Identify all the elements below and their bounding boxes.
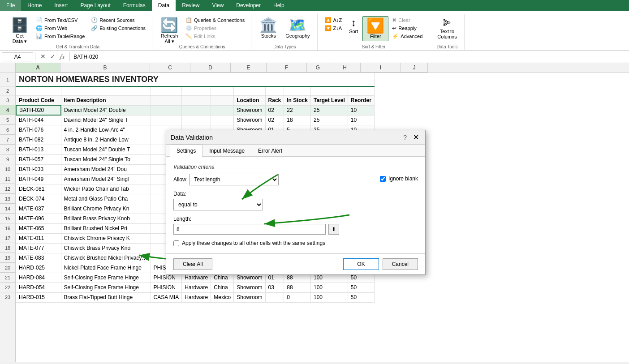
col-header-f[interactable]: F [267,63,307,73]
sort-za-button[interactable]: 🔽Z↓A [322,24,345,32]
tab-view[interactable]: View [206,0,230,11]
row-header-4[interactable]: 4 [0,105,15,115]
cell-reference-input[interactable]: A4 [2,52,33,61]
row-header-2[interactable]: 2 [0,86,15,95]
dialog-tab-error-alert[interactable]: Error Alert [251,145,289,157]
col-header-b[interactable]: B [60,63,150,73]
dialog-tab-settings[interactable]: Settings [170,145,202,157]
queries-connections-button[interactable]: 📋 Queries & Connections [183,16,247,24]
row-header-21[interactable]: 21 [0,273,15,283]
dialog-tab-input-message[interactable]: Input Message [202,145,251,157]
cell-c4[interactable] [151,105,182,115]
row-header-22[interactable]: 22 [0,283,15,292]
header-c3[interactable] [151,95,182,105]
row-header-20[interactable]: 20 [0,263,15,273]
row-header-14[interactable]: 14 [0,204,15,214]
sort-az-button[interactable]: 🔼A↓Z [322,16,345,24]
row-header-9[interactable]: 9 [0,154,15,164]
cell-a4[interactable]: BATH-020 [16,105,61,115]
row-header-1[interactable]: 1 [0,73,15,86]
row-header-7[interactable]: 7 [0,135,15,145]
cell-d4[interactable] [182,105,211,115]
tab-home[interactable]: Home [21,0,48,11]
from-web-button[interactable]: 🌐 From Web [33,24,87,32]
row-header-5[interactable]: 5 [0,115,15,125]
cell[interactable] [234,86,265,95]
length-ref-button[interactable]: ⬆ [328,224,339,235]
cell-b4[interactable]: Davinci Model 24" Double [61,105,151,115]
row-header-6[interactable]: 6 [0,125,15,135]
allow-select[interactable]: Text length [189,174,279,185]
row-header-13[interactable]: 13 [0,194,15,204]
cell[interactable] [265,86,284,95]
cell[interactable] [182,86,211,95]
advanced-button[interactable]: ⚡Advanced [389,32,425,40]
cell[interactable] [151,86,182,95]
tab-review[interactable]: Review [176,0,206,11]
recent-sources-button[interactable]: 🕐 Recent Sources [88,16,148,24]
header-reorder[interactable]: Reorder [348,95,374,105]
dialog-close-button[interactable]: ✕ [411,133,421,141]
edit-links-button[interactable]: ✏️ Edit Links [183,32,247,40]
header-in-stock[interactable]: In Stock [284,95,311,105]
formula-input[interactable]: BATH-020 [72,53,627,61]
row-header-23[interactable]: 23 [0,292,15,302]
get-data-button[interactable]: 🗄️ GetData ▾ [7,16,32,46]
clear-button[interactable]: ✖Clear [389,16,425,24]
row-header-11[interactable]: 11 [0,174,15,184]
data-select[interactable]: equal to [173,199,263,210]
row-header-15[interactable]: 15 [0,214,15,223]
row-header-18[interactable]: 18 [0,243,15,253]
cell[interactable] [348,86,374,95]
col-header-a[interactable]: A [16,63,60,73]
tab-data[interactable]: Data [152,0,176,11]
clear-all-button[interactable]: Clear All [173,258,212,270]
cell[interactable] [211,86,234,95]
properties-button[interactable]: ⚙️ Properties [183,24,247,32]
col-header-h[interactable]: H [329,63,361,73]
insert-function-icon[interactable]: 𝑓𝑥 [59,52,66,61]
header-item-desc[interactable]: Item Description [61,95,151,105]
tab-help[interactable]: Help [267,0,291,11]
tab-developer[interactable]: Developer [230,0,267,11]
row-header-10[interactable]: 10 [0,164,15,174]
tab-formulas[interactable]: Formulas [117,0,152,11]
cell-h4[interactable]: 22 [284,105,311,115]
tab-file[interactable]: File [0,0,21,11]
row-header-8[interactable]: 8 [0,145,15,154]
header-rack[interactable]: Rack [265,95,284,105]
cell-e4[interactable] [211,105,234,115]
existing-connections-button[interactable]: 🔗 Existing Connections [88,24,148,32]
row-header-17[interactable]: 17 [0,233,15,243]
length-input[interactable]: 8 [173,224,326,235]
header-target-level[interactable]: Target Level [310,95,348,105]
cell[interactable] [310,86,348,95]
cell[interactable] [16,86,61,95]
text-to-columns-button[interactable]: ⫸ Text toColumns [434,16,460,41]
col-header-g[interactable]: G [307,63,329,73]
header-d3[interactable] [182,95,211,105]
row-header-19[interactable]: 19 [0,253,15,263]
tab-page-layout[interactable]: Page Layout [74,0,116,11]
refresh-all-button[interactable]: 🔄 RefreshAll ▾ [157,16,182,46]
col-header-e[interactable]: E [231,63,267,73]
dialog-help-button[interactable]: ? [401,134,409,141]
row-header-12[interactable]: 12 [0,184,15,194]
header-location[interactable]: Location [234,95,265,105]
ignore-blank-checkbox[interactable] [380,176,386,182]
ok-button[interactable]: OK [343,258,379,270]
tab-table-design[interactable]: Table Design [291,0,334,11]
cell[interactable] [61,86,151,95]
confirm-formula-icon[interactable]: ✓ [49,52,57,61]
row-header-16[interactable]: 16 [0,223,15,233]
title-cell[interactable]: NORTON HOMEWARES INVENTORY [16,73,374,86]
cell[interactable] [284,86,311,95]
row-header-3[interactable]: 3 [0,95,15,105]
geography-button[interactable]: 🗺️ Geography [282,16,313,40]
cell-i4[interactable]: 25 [310,105,348,115]
sort-button[interactable]: ↕️ Sort [345,16,362,36]
filter-button[interactable]: 🔽 Filter [362,16,388,41]
stocks-button[interactable]: 🏛️ Stocks [256,16,281,40]
apply-changes-checkbox[interactable] [173,240,179,246]
header-product-code[interactable]: Product Code [16,95,61,105]
